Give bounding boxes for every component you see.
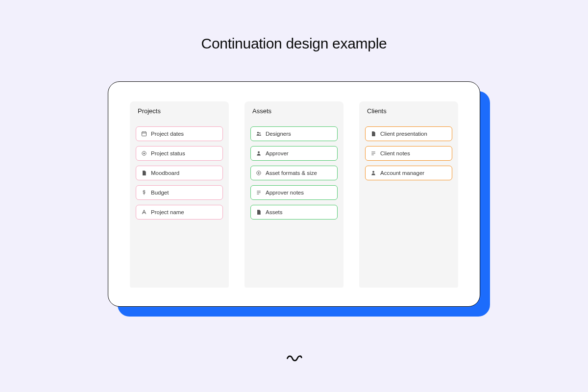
column-body-projects: Project dates Project status Moodboard B… <box>136 126 223 220</box>
field-label: Approver <box>266 150 289 156</box>
notes-icon <box>256 190 262 196</box>
field-label: Assets <box>266 209 283 215</box>
svg-point-6 <box>257 132 259 133</box>
field-budget[interactable]: Budget <box>136 185 223 200</box>
field-project-name[interactable]: Project name <box>136 205 223 220</box>
column-header-clients: Clients <box>365 101 405 121</box>
field-account-manager[interactable]: Account manager <box>365 166 452 180</box>
field-label: Approver notes <box>266 190 304 196</box>
svg-point-10 <box>258 172 260 174</box>
field-project-status[interactable]: Project status <box>136 146 223 161</box>
column-projects: Projects Project dates Project status Mo… <box>130 101 229 288</box>
card-wrapper: Projects Project dates Project status Mo… <box>108 81 480 307</box>
field-label: Project name <box>151 209 184 215</box>
people-icon <box>256 131 262 137</box>
text-a-icon <box>141 209 147 215</box>
field-label: Designers <box>266 131 291 137</box>
field-project-dates[interactable]: Project dates <box>136 126 223 141</box>
field-asset-formats[interactable]: Asset formats & size <box>250 166 338 180</box>
column-clients: Clients Client presentation Client notes… <box>359 101 458 288</box>
field-label: Account manager <box>380 170 424 176</box>
notes-icon <box>370 150 376 156</box>
field-label: Client presentation <box>380 131 427 137</box>
status-icon <box>141 150 147 156</box>
field-label: Project dates <box>151 131 184 137</box>
svg-point-5 <box>144 153 145 154</box>
svg-point-8 <box>258 151 260 153</box>
main-card: Projects Project dates Project status Mo… <box>108 81 480 307</box>
field-label: Moodboard <box>151 170 179 176</box>
column-header-projects: Projects <box>136 101 179 121</box>
page-title: Continuation design example <box>201 35 387 52</box>
document-icon <box>370 131 376 137</box>
calendar-icon <box>141 131 147 137</box>
field-client-presentation[interactable]: Client presentation <box>365 126 452 141</box>
column-body-assets: Designers Approver Asset formats & size … <box>250 126 338 220</box>
person-icon <box>256 150 262 156</box>
document-icon <box>141 170 147 176</box>
column-body-clients: Client presentation Client notes Account… <box>365 126 452 180</box>
field-label: Project status <box>151 150 185 156</box>
field-designers[interactable]: Designers <box>250 126 338 141</box>
svg-rect-0 <box>142 132 147 136</box>
status-icon <box>256 170 262 176</box>
field-label: Budget <box>151 190 169 196</box>
document-icon <box>256 209 262 215</box>
column-header-assets: Assets <box>250 101 290 121</box>
svg-point-17 <box>372 171 374 173</box>
logo-icon <box>286 351 302 365</box>
svg-point-7 <box>259 132 261 134</box>
field-label: Asset formats & size <box>266 170 317 176</box>
field-moodboard[interactable]: Moodboard <box>136 166 223 180</box>
field-label: Client notes <box>380 150 410 156</box>
person-icon <box>370 170 376 176</box>
field-assets[interactable]: Assets <box>250 205 338 220</box>
column-assets: Assets Designers Approver Asset formats … <box>245 101 343 288</box>
field-approver[interactable]: Approver <box>250 146 338 161</box>
dollar-icon <box>141 190 147 196</box>
field-approver-notes[interactable]: Approver notes <box>250 185 338 200</box>
field-client-notes[interactable]: Client notes <box>365 146 452 161</box>
